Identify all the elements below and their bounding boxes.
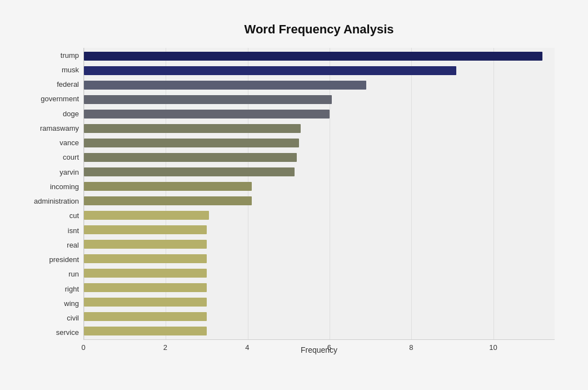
bar-row <box>84 208 555 223</box>
x-tick-label: 10 <box>489 343 497 352</box>
bar-row <box>84 63 555 78</box>
bar <box>84 312 207 320</box>
bar <box>84 254 207 263</box>
y-label: real <box>67 241 79 249</box>
y-label: cut <box>69 212 79 219</box>
chart-area: trumpmuskfederalgovernmentdogeramaswamyv… <box>17 48 555 354</box>
bar-row <box>84 266 555 280</box>
bar <box>84 81 366 89</box>
y-label: musk <box>62 66 79 73</box>
y-label: administration <box>34 198 79 205</box>
bar <box>84 298 207 306</box>
bar-row <box>84 136 555 150</box>
y-label: president <box>49 256 79 263</box>
y-labels: trumpmuskfederalgovernmentdogeramaswamyv… <box>17 48 83 340</box>
bar <box>84 225 207 234</box>
bar-row <box>84 237 555 251</box>
bar <box>84 153 297 161</box>
bar-row <box>84 179 555 194</box>
bar-row <box>84 295 555 309</box>
y-label: yarvin <box>59 169 79 176</box>
bar <box>84 66 456 75</box>
bar-row <box>84 223 555 237</box>
bar <box>84 139 299 147</box>
y-label: right <box>65 285 79 293</box>
y-label: ramaswamy <box>40 125 79 132</box>
bar <box>84 95 332 103</box>
y-label: run <box>68 270 79 278</box>
bar <box>84 283 207 292</box>
x-axis: 0246810 <box>83 340 555 343</box>
bar-row <box>84 78 555 92</box>
bar <box>84 196 252 205</box>
x-tick-label: 2 <box>163 343 167 352</box>
x-tick-label: 4 <box>245 343 249 352</box>
bar-row <box>84 309 555 324</box>
bar-row <box>84 92 555 107</box>
bar <box>84 269 207 277</box>
bar-row <box>84 324 555 338</box>
bar <box>84 167 295 176</box>
bars-and-grid <box>83 48 555 340</box>
x-tick-label: 6 <box>327 343 331 352</box>
bar-row <box>84 49 555 63</box>
chart-title: Word Frequency Analysis <box>17 22 555 37</box>
y-label: court <box>63 154 79 161</box>
bar <box>84 124 301 132</box>
bar <box>84 110 330 118</box>
y-label: service <box>56 329 79 336</box>
bar <box>84 52 542 60</box>
bar-row <box>84 107 555 121</box>
y-label: federal <box>57 81 79 88</box>
y-label: civil <box>67 314 79 322</box>
bar-row <box>84 150 555 165</box>
bar <box>84 327 207 335</box>
bar-row <box>84 251 555 266</box>
x-tick-label: 0 <box>81 343 85 352</box>
bars-wrapper <box>84 48 555 339</box>
bar-row <box>84 194 555 208</box>
chart-container: Word Frequency Analysis trumpmuskfederal… <box>11 11 577 390</box>
x-axis-title: Frequency <box>83 345 555 354</box>
y-label: government <box>41 95 79 102</box>
bar-row <box>84 280 555 295</box>
y-label: wing <box>64 300 79 307</box>
bar <box>84 211 209 219</box>
y-label: trump <box>61 52 79 59</box>
bar-row <box>84 121 555 136</box>
x-tick-label: 8 <box>409 343 413 352</box>
y-label: isnt <box>68 227 79 234</box>
y-label: incoming <box>50 183 79 190</box>
bar <box>84 240 207 248</box>
bars-section: trumpmuskfederalgovernmentdogeramaswamyv… <box>17 48 555 340</box>
y-label: doge <box>63 110 79 117</box>
y-label: vance <box>59 139 79 146</box>
bar-row <box>84 165 555 179</box>
bar <box>84 182 252 190</box>
